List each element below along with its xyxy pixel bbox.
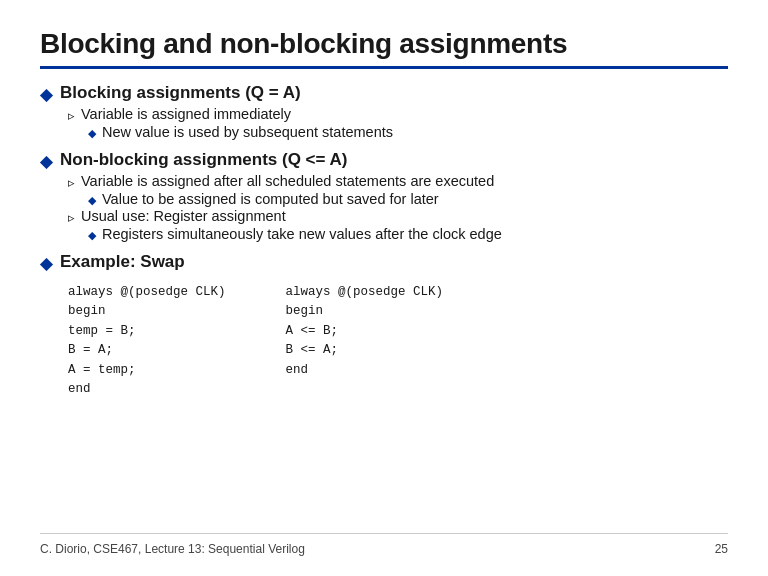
code-left-line2: begin <box>68 302 226 321</box>
diamond-icon-3: ◆ <box>40 254 52 273</box>
tri-icon-3: ▹ <box>68 210 75 225</box>
code-left-line3: temp = B; <box>68 322 226 341</box>
bullet-main-1: ◆ Blocking assignments (Q = A) <box>40 83 728 104</box>
bullet1-sub-sub-bullets: ◆ New value is used by subsequent statem… <box>88 124 728 140</box>
divider <box>40 66 728 69</box>
bullet2-sub1: ▹ Variable is assigned after all schedul… <box>68 173 728 190</box>
code-right-line3: A <= B; <box>286 322 444 341</box>
bullet2-sub-sub-bullets-1: ◆ Value to be assigned is computed but s… <box>88 191 728 207</box>
bullet3-label: Example: Swap <box>60 252 185 272</box>
bullet1-sub1: ▹ Variable is assigned immediately <box>68 106 728 123</box>
sq-icon-3: ◆ <box>88 229 96 242</box>
tri-icon-2: ▹ <box>68 175 75 190</box>
code-block-right: always @(posedge CLK) begin A <= B; B <=… <box>286 283 444 399</box>
bullet2-sub-bullets: ▹ Variable is assigned after all schedul… <box>68 173 728 242</box>
sq-icon-1: ◆ <box>88 127 96 140</box>
code-left-line6: end <box>68 380 226 399</box>
footer: C. Diorio, CSE467, Lecture 13: Sequentia… <box>40 533 728 556</box>
bullet-main-2: ◆ Non-blocking assignments (Q <= A) <box>40 150 728 171</box>
code-right-line2: begin <box>286 302 444 321</box>
code-left-line4: B = A; <box>68 341 226 360</box>
code-section: always @(posedge CLK) begin temp = B; B … <box>68 283 728 399</box>
code-left-line1: always @(posedge CLK) <box>68 283 226 302</box>
bullet2-label: Non-blocking assignments (Q <= A) <box>60 150 347 170</box>
bullet-section-2: ◆ Non-blocking assignments (Q <= A) ▹ Va… <box>40 150 728 242</box>
footer-left: C. Diorio, CSE467, Lecture 13: Sequentia… <box>40 542 305 556</box>
bullet2-sub-sub-bullets-2: ◆ Registers simultaneously take new valu… <box>88 226 728 242</box>
sq-icon-2: ◆ <box>88 194 96 207</box>
code-right-line4: B <= A; <box>286 341 444 360</box>
bullet-main-3: ◆ Example: Swap <box>40 252 728 273</box>
footer-right: 25 <box>715 542 728 556</box>
bullet1-sub1-sub1: ◆ New value is used by subsequent statem… <box>88 124 728 140</box>
bullet1-label: Blocking assignments (Q = A) <box>60 83 301 103</box>
bullet2-sub2-sub1: ◆ Registers simultaneously take new valu… <box>88 226 728 242</box>
code-block-left: always @(posedge CLK) begin temp = B; B … <box>68 283 226 399</box>
diamond-icon-1: ◆ <box>40 85 52 104</box>
diamond-icon-2: ◆ <box>40 152 52 171</box>
tri-icon-1: ▹ <box>68 108 75 123</box>
bullet1-sub-bullets: ▹ Variable is assigned immediately ◆ New… <box>68 106 728 140</box>
content-area: ◆ Blocking assignments (Q = A) ▹ Variabl… <box>40 83 728 533</box>
bullet-section-1: ◆ Blocking assignments (Q = A) ▹ Variabl… <box>40 83 728 140</box>
bullet2-sub2: ▹ Usual use: Register assignment <box>68 208 728 225</box>
bullet2-sub1-sub1: ◆ Value to be assigned is computed but s… <box>88 191 728 207</box>
code-right-line1: always @(posedge CLK) <box>286 283 444 302</box>
slide: Blocking and non-blocking assignments ◆ … <box>0 0 768 576</box>
bullet-section-3: ◆ Example: Swap always @(posedge CLK) be… <box>40 252 728 399</box>
code-left-line5: A = temp; <box>68 361 226 380</box>
slide-title: Blocking and non-blocking assignments <box>40 28 728 60</box>
code-right-line5: end <box>286 361 444 380</box>
